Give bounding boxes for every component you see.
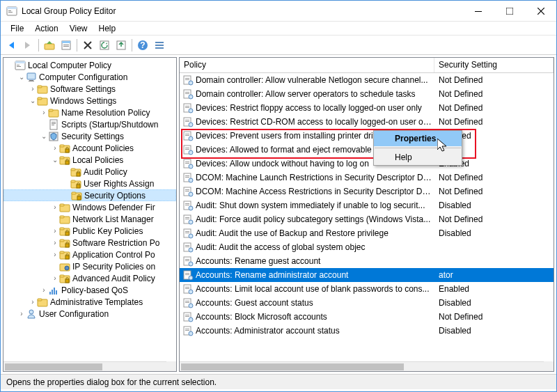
tree-item[interactable]: ⌄Security Settings [3, 130, 176, 142]
folder-icon [59, 214, 70, 225]
horizontal-scrollbar[interactable] [180, 361, 544, 371]
list-row[interactable]: Accounts: Administrator account statusDi… [180, 324, 554, 338]
close-button[interactable] [525, 1, 556, 21]
minimize-button[interactable] [462, 1, 494, 21]
tree-toggle-icon[interactable]: › [51, 251, 59, 258]
tree-toggle-icon[interactable]: › [51, 274, 59, 282]
tree-toggle-icon[interactable]: › [40, 109, 48, 116]
list-row[interactable]: DCOM: Machine Access Restrictions in Sec… [180, 185, 554, 198]
tree-item[interactable]: ›Administrative Templates [3, 296, 176, 308]
list-header: Policy Security Setting [180, 58, 554, 73]
tree-toggle-icon[interactable]: › [40, 286, 48, 294]
help-button[interactable] [135, 38, 150, 53]
menu-view[interactable]: View [64, 22, 93, 35]
list-row[interactable]: Accounts: Rename administrator accountat… [180, 268, 554, 282]
tree-item[interactable]: ›Software Settings [3, 83, 176, 95]
tree-toggle-icon[interactable]: › [51, 239, 59, 246]
tree-toggle-icon[interactable]: › [29, 85, 37, 93]
list-row[interactable]: Accounts: Block Microsoft accountsNot De… [180, 310, 554, 324]
tree-item[interactable]: ⌄Windows Settings [3, 95, 176, 107]
tree-item[interactable]: Audit Policy [3, 166, 176, 178]
list-row[interactable]: Audit: Audit the access of global system… [180, 240, 554, 254]
list-row[interactable]: Devices: Restrict floppy access to local… [180, 101, 554, 115]
tree-toggle-icon[interactable]: ⌄ [29, 97, 37, 104]
context-menu-help[interactable]: Help [374, 150, 462, 165]
list-row[interactable]: Accounts: Rename guest account [180, 254, 554, 268]
list-row[interactable]: DCOM: Machine Launch Restrictions in Sec… [180, 171, 554, 185]
tree-item[interactable]: Scripts (Startup/Shutdown [3, 118, 176, 130]
tree-item[interactable]: ⌄Local Policies [3, 154, 176, 166]
tree-item[interactable]: ›Account Policies [3, 142, 176, 154]
menu-help[interactable]: Help [93, 22, 122, 35]
back-button[interactable] [3, 38, 19, 53]
show-hide-button[interactable] [152, 38, 167, 53]
tree-item[interactable]: User Rights Assign [3, 178, 176, 189]
policy-setting: Not Defined [434, 187, 554, 196]
tree-toggle-icon[interactable]: ⌄ [17, 73, 26, 81]
refresh-button[interactable] [97, 38, 112, 53]
tree-item[interactable]: Network List Manager [3, 213, 176, 225]
list-row[interactable]: Devices: Restrict CD-ROM access to local… [180, 115, 554, 129]
menu-file[interactable]: File [5, 22, 29, 35]
list-row[interactable]: Domain controller: Allow vulnerable Netl… [180, 73, 554, 87]
tree-item[interactable]: ›User Configuration [3, 308, 176, 320]
console-tree[interactable]: Local Computer Policy⌄Computer Configura… [3, 58, 176, 371]
context-menu-properties[interactable]: Properties [374, 131, 462, 146]
tree-item[interactable]: IP Security Policies on [3, 260, 176, 272]
export-button[interactable] [113, 38, 129, 53]
list-row[interactable]: Accounts: Guest account statusDisabled [180, 296, 554, 310]
forward-button[interactable] [20, 38, 36, 53]
tree-toggle-icon[interactable]: › [17, 310, 26, 317]
tree-label: Windows Defender Fir [72, 203, 155, 212]
list-row[interactable]: Devices: Prevent users from installing p… [180, 129, 554, 143]
tree-toggle-icon[interactable]: ⌄ [40, 132, 48, 140]
tree-toggle-icon[interactable]: › [51, 144, 59, 152]
properties-button[interactable] [58, 38, 74, 53]
menu-action[interactable]: Action [29, 22, 63, 35]
delete-button[interactable] [80, 38, 95, 53]
tree-label: User Configuration [39, 309, 109, 319]
list-row[interactable]: Audit: Shut down system immediately if u… [180, 198, 554, 212]
list-row[interactable]: Devices: Allowed to format and eject rem… [180, 143, 554, 157]
policy-icon [182, 325, 194, 336]
tree-item[interactable]: Security Options [3, 189, 176, 201]
policy-setting: Disabled [434, 228, 554, 238]
folder-lock-icon [59, 155, 70, 166]
tree-label: Public Key Policies [72, 226, 143, 236]
details-pane: Policy Security Setting Domain controlle… [179, 57, 554, 372]
policy-setting: Enabled [434, 284, 554, 294]
tree-item[interactable]: ›Software Restriction Po [3, 237, 176, 249]
column-setting[interactable]: Security Setting [434, 58, 554, 72]
tree-toggle-icon[interactable]: › [51, 227, 59, 235]
list-row[interactable]: Audit: Audit the use of Backup and Resto… [180, 226, 554, 240]
tree-item[interactable]: Local Computer Policy [3, 59, 176, 71]
maximize-button[interactable] [494, 1, 525, 21]
svg-rect-40 [475, 11, 482, 12]
computer-icon [26, 72, 37, 83]
policy-list[interactable]: Domain controller: Allow vulnerable Netl… [180, 73, 554, 371]
tree-item[interactable]: ›Policy-based QoS [3, 284, 176, 296]
folder-icon [59, 202, 70, 213]
tree-item[interactable]: ⌄Computer Configuration [3, 71, 176, 83]
tree-item[interactable]: ›Windows Defender Fir [3, 201, 176, 213]
policy-name: Devices: Restrict floppy access to local… [196, 103, 434, 113]
list-row[interactable]: Domain controller: Allow server operator… [180, 87, 554, 101]
svg-rect-41 [506, 8, 513, 15]
column-policy[interactable]: Policy [180, 58, 434, 72]
tree-toggle-icon[interactable]: ⌄ [51, 156, 59, 164]
tree-label: Administrative Templates [50, 297, 143, 307]
tree-item[interactable]: ›Application Control Po [3, 249, 176, 260]
policy-icon [182, 186, 194, 197]
horizontal-scrollbar[interactable] [3, 361, 166, 371]
tree-toggle-icon[interactable]: › [51, 203, 59, 211]
tree-item[interactable]: ›Name Resolution Policy [3, 107, 176, 118]
tree-label: Audit Policy [84, 167, 127, 177]
up-button[interactable] [42, 38, 57, 53]
list-row[interactable]: Accounts: Limit local account use of bla… [180, 282, 554, 296]
tree-item[interactable]: ›Advanced Audit Policy [3, 272, 176, 284]
tree-toggle-icon[interactable]: › [29, 298, 37, 306]
tree-item[interactable]: ›Public Key Policies [3, 225, 176, 237]
tree-label: Security Options [84, 191, 146, 201]
list-row[interactable]: Audit: Force audit policy subcategory se… [180, 212, 554, 226]
list-row[interactable]: Devices: Allow undock without having to … [180, 157, 554, 171]
